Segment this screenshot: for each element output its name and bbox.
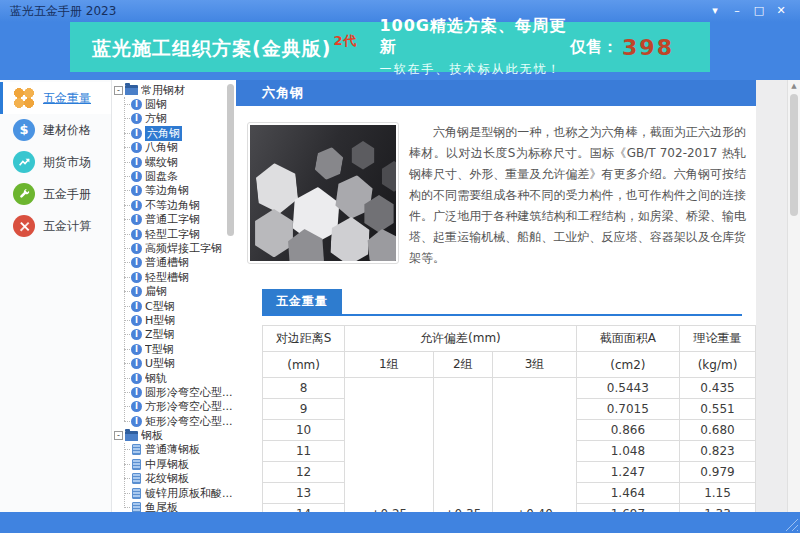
sheet-icon [132,488,141,499]
sidebar-item-hardware-manual[interactable]: 五金手册 [0,178,111,210]
spec-table-header: 对边距离S 允许偏差(mm) 截面面积A 理论重量 (mm) 1组 2组 3组 … [263,326,756,378]
spec-table: 对边距离S 允许偏差(mm) 截面面积A 理论重量 (mm) 1组 2组 3组 … [262,325,756,512]
sidebar-item-material-price[interactable]: $建材价格 [0,114,111,146]
col-size-title: 对边距离S [263,326,345,352]
tree-item[interactable]: I轻型槽钢 [120,270,236,284]
info-icon: I [131,344,142,355]
cell-size: 8 [263,378,345,399]
tree-item[interactable]: 花纹钢板 [120,472,236,486]
tree-item[interactable]: I八角钢 [120,141,236,155]
tree-item[interactable]: I钢轨 [120,371,236,385]
tree-item[interactable]: I螺纹钢 [120,155,236,169]
tree-folder-label: 钢板 [141,428,163,443]
tree-connector [124,291,130,292]
folder-icon [125,431,138,441]
sidebar-item-label: 建材价格 [43,122,91,139]
tree-item[interactable]: IH型钢 [120,313,236,327]
tree-item[interactable]: I普通槽钢 [120,256,236,270]
main-panel: 六角钢 六角钢是型钢的一种，也称之为六角棒，截面为正六边形的棒材。以对边长度S为… [236,80,756,512]
resize-grip[interactable] [784,517,798,531]
tree-item[interactable]: I等边角钢 [120,184,236,198]
tree-item[interactable]: I高频焊接工字钢 [120,241,236,255]
collapse-icon[interactable]: - [114,431,123,440]
hexagonal-steel-photo [247,122,399,264]
tree-item[interactable]: I方形冷弯空心型... [120,400,236,414]
tree-item-label: 不等边角钢 [145,198,200,213]
col-tol-group3: 3组 [493,352,576,378]
tree-item[interactable]: 中厚钢板 [120,457,236,471]
cell-weight: 0.551 [680,399,756,420]
tree-folder-1[interactable]: -钢板 [114,428,236,442]
tree-item[interactable]: I圆盘条 [120,169,236,183]
price-value: 398 [622,35,674,60]
cell-tolerance: ±0.35 [433,378,493,513]
cell-area: 1.464 [576,483,679,504]
tree-item[interactable]: I矩形冷弯空心型... [120,414,236,428]
tree-item-label: 六角钢 [145,126,182,141]
category-tree: -常用钢材I圆钢I方钢I六角钢I八角钢I螺纹钢I圆盘条I等边角钢I不等边角钢I普… [112,80,236,512]
col-size-unit: (mm) [263,352,345,378]
hex-bar-face [380,161,396,192]
tree-item[interactable]: I轻型工字钢 [120,227,236,241]
tools-icon [13,215,35,237]
promo-banner[interactable]: 蓝光施工组织方案(金典版)2代 100G精选方案、每周更新 一软在手、技术标从此… [70,22,710,72]
sidebar-item-hardware-weight[interactable]: 五金重量 [0,82,111,114]
cell-area: 0.5443 [576,378,679,399]
tree-item[interactable]: 普通薄钢板 [120,443,236,457]
tree-item[interactable]: 镀锌用原板和酸... [120,486,236,500]
tab-hardware-weight[interactable]: 五金重量 [262,289,342,314]
price-label: 仅售： [570,37,618,58]
scroll-up-icon[interactable]: ▲ [788,80,800,93]
tree-connector [124,406,130,407]
tree-item-label: 等边角钢 [145,183,189,198]
promo-price: 仅售： 398 [570,35,674,60]
collapse-icon[interactable]: - [114,86,123,95]
tree-item[interactable]: I方钢 [120,112,236,126]
sidebar-item-futures-market[interactable]: 期货市场 [0,146,111,178]
info-icon: I [131,214,142,225]
col-tol-group1: 1组 [345,352,433,378]
promo-edition-badge: 2代 [333,33,357,48]
minimize-icon[interactable]: – [728,3,746,19]
close-icon[interactable]: ✕ [772,3,790,19]
tree-item[interactable]: IT型钢 [120,342,236,356]
sidebar-item-hardware-calc[interactable]: 五金计算 [0,210,111,242]
tree-connector [124,363,130,364]
tree-item[interactable]: IC型钢 [120,299,236,313]
tree-item[interactable]: I扁钢 [120,284,236,298]
hex-bar-face [311,145,346,183]
tree-folder-0[interactable]: -常用钢材 [114,83,236,97]
tree-item[interactable]: I不等边角钢 [120,198,236,212]
wrench-icon [13,183,35,205]
tree-connector [124,234,130,235]
cell-area: 1.048 [576,441,679,462]
cell-size: 10 [263,420,345,441]
tree-item[interactable]: I六角钢 [120,126,236,140]
info-icon: I [131,329,142,340]
dollar-icon: $ [13,119,35,141]
tree-item[interactable]: IU型钢 [120,356,236,370]
tree-connector [124,464,130,465]
col-area-unit: (cm2) [576,352,679,378]
tree-connector [124,493,130,494]
tree-item[interactable]: IZ型钢 [120,328,236,342]
tree-connector [124,262,130,263]
cell-weight: 0.680 [680,420,756,441]
info-icon: I [131,416,142,427]
sidebar-item-label: 五金重量 [43,90,91,107]
sheet-icon [132,502,141,512]
tree-connector [124,190,130,191]
tree-item-label: 圆盘条 [145,169,178,184]
main-scrollbar-thumb[interactable] [790,94,798,216]
cell-weight: 0.435 [680,378,756,399]
tree-item[interactable]: I圆形冷弯空心型... [120,385,236,399]
tree-item[interactable]: I普通工字钢 [120,213,236,227]
menu-dropdown-icon[interactable]: ▾ [706,3,724,19]
promo-slogan: 100G精选方案、每周更新 一软在手、技术标从此无忧！ [379,16,570,78]
maximize-icon[interactable]: □ [750,3,768,19]
tree-item-label: 花纹钢板 [145,471,189,486]
col-weight-title: 理论重量 [680,326,756,352]
tree-item[interactable]: I圆钢 [120,97,236,111]
content-area: 五金重量$建材价格期货市场五金手册五金计算 -常用钢材I圆钢I方钢I六角钢I八角… [0,80,800,512]
tree-item[interactable]: 鱼尾板 [120,500,236,512]
